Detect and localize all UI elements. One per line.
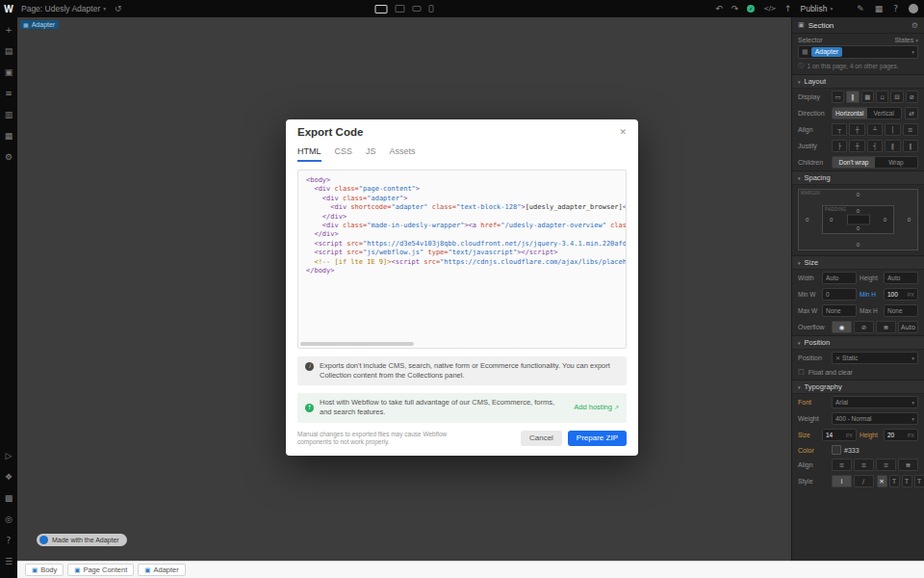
help-icon[interactable]: ? [893,5,898,13]
color-swatch[interactable] [832,445,841,455]
breadcrumb-item-body[interactable]: ▣ Body [25,564,64,576]
layout-section-header[interactable]: ▾ Layout [792,74,924,89]
user-avatar[interactable] [909,4,918,13]
element-settings-icon[interactable]: ⚙ [911,21,918,30]
min-height-field[interactable]: 100 PX [884,288,918,301]
code-block[interactable]: <body> <div class="page-content"> <div c… [298,171,626,281]
display-grid-icon[interactable]: ▦ [861,91,874,103]
size-section-header[interactable]: ▾ Size [792,255,924,270]
overflow-scroll-icon[interactable]: ≣ [876,321,896,333]
video-tutorials-icon[interactable]: ▷ [2,449,15,462]
margin-right-value[interactable]: 0 [908,217,911,223]
decoration-underline-icon[interactable]: T [902,475,912,487]
components-icon[interactable]: ▣ [2,66,15,79]
min-height-unit[interactable]: PX [908,292,914,298]
display-flex-icon[interactable]: ∥ [846,91,859,103]
decoration-strikethrough-icon[interactable]: T [889,475,900,487]
max-height-field[interactable]: None [884,304,918,317]
navigator-icon[interactable]: ≡ [2,87,15,100]
assets-icon[interactable]: ▦ [2,129,15,143]
align-end-icon[interactable]: ┴ [867,123,883,136]
class-selector-input[interactable]: ▦ Adapter ▾ [798,45,918,59]
line-height-field[interactable]: 20 PX [884,429,918,441]
history-icon[interactable]: ↺ [115,4,122,13]
breakpoint-tablet-icon[interactable] [396,5,405,13]
italic-off-icon[interactable]: I [832,475,852,487]
min-width-field[interactable]: 0 [822,288,857,301]
padding-box[interactable]: PADDING 0 0 0 0 [822,205,894,234]
add-elements-icon[interactable]: + [2,23,15,37]
font-size-field[interactable]: 14 PX [822,429,857,441]
share-icon[interactable]: ↑ [784,5,792,13]
display-inline-icon[interactable]: ⊟ [890,91,903,103]
display-inline-block-icon[interactable]: ▫ [876,91,888,103]
display-none-icon[interactable]: ⊘ [906,91,918,103]
decoration-overline-icon[interactable]: T [914,475,924,487]
spacing-control[interactable]: MARGIN 0 0 0 0 PADDING 0 0 0 0 [798,189,918,250]
publish-button[interactable]: Publish ▾ [801,4,834,13]
align-baseline-icon[interactable]: ≡ [903,123,918,136]
justify-space-between-icon[interactable]: ‖ [885,140,900,152]
children-dont-wrap-option[interactable]: Don't wrap [833,157,875,168]
pages-icon[interactable]: ▤ [2,44,15,58]
chevron-down-icon[interactable]: ▾ [911,49,914,55]
margin-left-value[interactable]: 0 [806,217,808,223]
prepare-zip-button[interactable]: Prepare ZIP [568,431,627,446]
tab-js[interactable]: JS [366,146,376,162]
selected-element-badge[interactable]: ▦ Adapter [20,20,59,29]
float-and-clear-row[interactable]: □ Float and clear [792,366,924,380]
libraries-icon[interactable]: ▩ [2,491,15,505]
tab-html[interactable]: HTML [297,146,321,162]
position-section-header[interactable]: ▾ Position [792,335,924,350]
position-select[interactable]: ✕ Static ▾ [832,352,918,364]
justify-space-around-icon[interactable]: ∥ [903,140,918,152]
padding-left-value[interactable]: 0 [830,217,833,223]
justify-center-icon[interactable]: ┼ [849,140,864,152]
undo-icon[interactable]: ↶ [715,5,723,13]
cancel-button[interactable]: Cancel [521,431,562,446]
justify-start-icon[interactable]: ├ [832,140,847,152]
align-center-icon[interactable]: ┼ [849,123,864,136]
font-select[interactable]: Arial ▾ [832,396,918,408]
webflow-logo-icon[interactable]: W [0,0,17,17]
overflow-auto-icon[interactable]: Auto [898,321,918,333]
settings-icon[interactable]: ⚙ [2,150,15,164]
editor-pencil-icon[interactable]: ✎ [857,5,864,13]
align-stretch-icon[interactable]: │ [885,123,900,136]
breakpoint-desktop-icon[interactable] [375,5,388,13]
states-dropdown[interactable]: States ▾ [894,37,918,43]
padding-right-value[interactable]: 0 [884,217,886,223]
height-field[interactable]: Auto [884,272,918,284]
apps-grid-icon[interactable]: ▦ [875,5,884,13]
margin-top-value[interactable]: 0 [857,192,860,197]
redo-icon[interactable]: ↷ [732,5,739,13]
padding-bottom-value[interactable]: 0 [857,225,860,231]
margin-bottom-value[interactable]: 0 [857,242,860,248]
weight-select[interactable]: 400 - Normal ▾ [832,412,918,425]
breadcrumb-item-adapter[interactable]: ▣ Adapter [138,564,185,576]
tab-assets[interactable]: Assets [390,146,416,162]
direction-horizontal-option[interactable]: Horizontal [833,108,867,118]
cms-icon[interactable]: ▥ [2,108,15,121]
help-icon[interactable]: ? [2,534,15,547]
breadcrumb-item-page-content[interactable]: ▣ Page Content [67,564,134,576]
width-field[interactable]: Auto [822,272,857,284]
add-hosting-link[interactable]: Add hosting ↗ [574,403,619,412]
text-align-right-icon[interactable]: ≡ [876,459,896,471]
text-align-center-icon[interactable]: ≡ [854,459,874,471]
color-value[interactable]: #333 [844,447,860,454]
overflow-hidden-icon[interactable]: ⊘ [854,321,874,333]
direction-vertical-option[interactable]: Vertical [867,108,902,118]
children-wrap-option[interactable]: Wrap [875,157,917,168]
made-with-adapter-badge[interactable]: Made with the Adapter [37,534,127,546]
padding-top-value[interactable]: 0 [857,208,860,214]
breakpoint-mobile-landscape-icon[interactable] [413,6,422,12]
code-viewer[interactable]: <body> <div class="page-content"> <div c… [297,170,627,349]
export-code-icon[interactable]: </> [763,6,776,13]
line-height-unit[interactable]: PX [908,433,914,438]
tab-css[interactable]: CSS [335,146,353,162]
overflow-visible-icon[interactable]: ◉ [832,321,852,333]
horizontal-scrollbar[interactable] [300,342,414,346]
search-icon[interactable]: ◎ [2,512,15,526]
page-selector[interactable]: Page: Udesly Adapter ▾ [21,4,106,13]
